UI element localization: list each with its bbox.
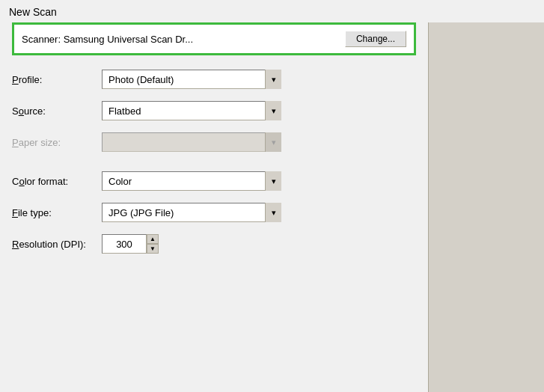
profile-select[interactable]: Photo (Default) <box>102 70 281 89</box>
change-button[interactable]: Change... <box>345 31 406 47</box>
profile-label: Profile: <box>12 74 102 85</box>
scanner-section: Scanner: Samsung Universal Scan Dr... Ch… <box>12 22 416 55</box>
paper-size-select-wrapper <box>102 132 281 152</box>
main-content: Scanner: Samsung Universal Scan Dr... Ch… <box>0 22 544 392</box>
window-title: New Scan <box>9 6 57 18</box>
profile-row: Profile: Photo (Default) <box>12 69 416 90</box>
new-scan-window: New Scan Scanner: Samsung Universal Scan… <box>0 0 544 392</box>
resolution-label: Resolution (DPI): <box>12 239 102 250</box>
preview-panel <box>428 22 544 392</box>
resolution-spinner: ▲ ▼ <box>147 234 159 254</box>
resolution-row: Resolution (DPI): ▲ ▼ <box>12 233 416 254</box>
resolution-up-button[interactable]: ▲ <box>147 234 159 244</box>
paper-size-row: Paper size: <box>12 132 416 153</box>
title-bar: New Scan <box>0 0 544 22</box>
file-type-row: File type: JPG (JPG File) <box>12 202 416 223</box>
color-format-row: Color format: Color <box>12 171 416 192</box>
source-select[interactable]: Flatbed <box>102 101 281 120</box>
paper-size-select <box>102 132 281 152</box>
file-type-label: File type: <box>12 207 102 218</box>
scanner-label: Scanner: Samsung Universal Scan Dr... <box>22 34 193 45</box>
left-panel: Scanner: Samsung Universal Scan Dr... Ch… <box>0 22 428 392</box>
resolution-input-wrapper: ▲ ▼ <box>102 234 159 254</box>
color-format-label: Color format: <box>12 176 102 187</box>
source-label: Source: <box>12 105 102 117</box>
resolution-down-button[interactable]: ▼ <box>147 244 159 254</box>
paper-size-label: Paper size: <box>12 137 102 148</box>
file-type-select-wrapper: JPG (JPG File) <box>102 203 281 222</box>
file-type-select[interactable]: JPG (JPG File) <box>102 203 281 222</box>
resolution-input[interactable] <box>102 234 147 254</box>
color-format-select-wrapper: Color <box>102 171 281 191</box>
profile-select-wrapper: Photo (Default) <box>102 70 281 89</box>
source-select-wrapper: Flatbed <box>102 101 281 120</box>
color-format-select[interactable]: Color <box>102 171 281 191</box>
source-row: Source: Flatbed <box>12 100 416 121</box>
